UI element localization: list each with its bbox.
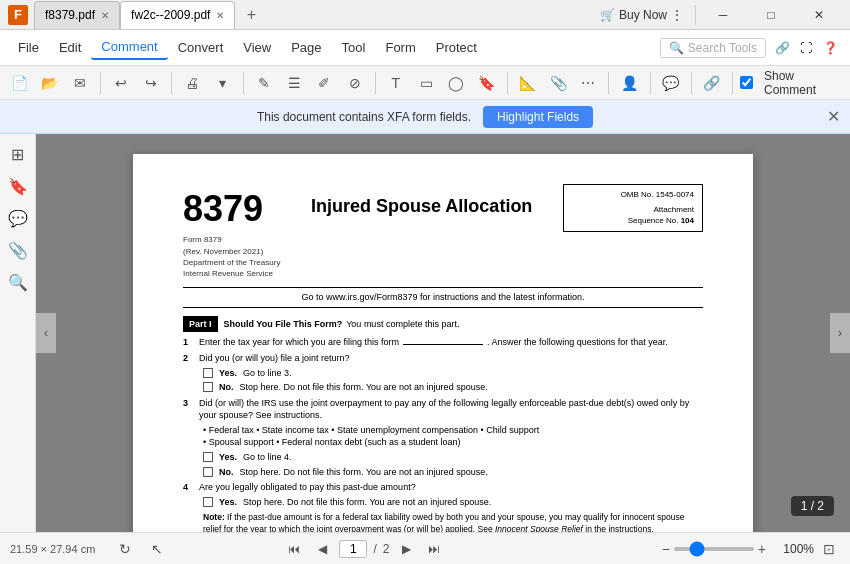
minimize-button[interactable]: ─ <box>700 0 746 30</box>
q2-yes-text: Go to line 3. <box>243 367 292 380</box>
tb-link[interactable]: 🔗 <box>699 69 725 97</box>
fit-page-button[interactable]: ⊡ <box>818 538 840 560</box>
tb-more[interactable]: ⋯ <box>575 69 601 97</box>
zoom-in-button[interactable]: + <box>758 541 766 557</box>
sidebar-attachments-icon[interactable]: 📎 <box>4 236 32 264</box>
q2-no-label: No. <box>219 381 234 394</box>
cursor-tool-button[interactable]: ↖ <box>143 535 171 563</box>
pdf-page: 8379 Form 8379 (Rev. November 2021) Depa… <box>133 154 753 532</box>
highlight-fields-button[interactable]: Highlight Fields <box>483 106 593 128</box>
tb-shape1[interactable]: ▭ <box>413 69 439 97</box>
toolbar: 📄 📂 ✉ ↩ ↪ 🖨 ▾ ✎ ☰ ✐ ⊘ T ▭ ◯ 🔖 📐 📎 ⋯ 👤 💬 … <box>0 66 850 100</box>
search-tools-input[interactable]: 🔍 Search Tools <box>660 38 766 58</box>
tb-stamp[interactable]: 🔖 <box>473 69 499 97</box>
zoom-slider[interactable] <box>674 547 754 551</box>
last-page-button[interactable]: ⏭ <box>423 538 445 560</box>
maximize-button[interactable]: □ <box>748 0 794 30</box>
tb-dropdown[interactable]: ▾ <box>209 69 235 97</box>
sidebar-pages-icon[interactable]: ⊞ <box>4 140 32 168</box>
q2-no-checkbox[interactable] <box>203 382 213 392</box>
note1: Note: If the past-due amount is for a fe… <box>203 512 703 532</box>
tb-email[interactable]: ✉ <box>67 69 93 97</box>
tab-fw2c[interactable]: fw2c--2009.pdf ✕ <box>120 1 235 29</box>
tab-bar: f8379.pdf ✕ fw2c--2009.pdf ✕ + <box>34 1 600 29</box>
part1-subtitle: You must complete this part. <box>346 318 459 331</box>
sidebar-bookmark-icon[interactable]: 🔖 <box>4 172 32 200</box>
new-tab-button[interactable]: + <box>239 6 263 24</box>
q1-suffix: . Answer the following questions for tha… <box>487 336 668 349</box>
refresh-button[interactable]: ↻ <box>111 535 139 563</box>
page-badge: 1 / 2 <box>791 496 834 516</box>
tb-comment2[interactable]: ☰ <box>281 69 307 97</box>
menu-comment[interactable]: Comment <box>91 35 167 60</box>
prev-page-button[interactable]: ◀ <box>311 538 333 560</box>
q1-text: Enter the tax year for which you are fil… <box>199 336 399 349</box>
menu-view[interactable]: View <box>233 36 281 59</box>
form-number-block: 8379 Form 8379 (Rev. November 2021) Depa… <box>183 184 280 279</box>
tb-measure[interactable]: 📐 <box>515 69 541 97</box>
q2-text: Did you (or will you) file a joint retur… <box>199 352 350 365</box>
tb-person[interactable]: 👤 <box>616 69 642 97</box>
close-button[interactable]: ✕ <box>796 0 842 30</box>
tb-shape2[interactable]: ◯ <box>443 69 469 97</box>
tab-f8379[interactable]: f8379.pdf ✕ <box>34 1 120 29</box>
q4-number: 4 <box>183 481 199 494</box>
page-number-input[interactable] <box>339 540 367 558</box>
buy-menu-icon: ⋮ <box>671 8 683 22</box>
menu-page[interactable]: Page <box>281 36 331 59</box>
q2-no-text: Stop here. Do not file this form. You ar… <box>240 381 488 394</box>
next-page-button[interactable]: ▶ <box>395 538 417 560</box>
q3-yes-row: Yes. Go to line 4. <box>203 451 703 464</box>
menu-protect[interactable]: Protect <box>426 36 487 59</box>
tb-new[interactable]: 📄 <box>6 69 32 97</box>
tab-f8379-close[interactable]: ✕ <box>101 10 109 21</box>
tab-fw2c-close[interactable]: ✕ <box>216 10 224 21</box>
tb-redo[interactable]: ↪ <box>138 69 164 97</box>
show-comment-label: Show Comment <box>764 69 844 97</box>
tb-open[interactable]: 📂 <box>36 69 62 97</box>
menu-edit[interactable]: Edit <box>49 36 91 59</box>
expand-button[interactable]: ⛶ <box>794 36 818 60</box>
tb-attach[interactable]: 📎 <box>545 69 571 97</box>
external-link-button[interactable]: 🔗 <box>770 36 794 60</box>
q3-no-row: No. Stop here. Do not file this form. Yo… <box>203 466 703 479</box>
q3-yes-checkbox[interactable] <box>203 452 213 462</box>
goto-text: Go to www.irs.gov/Form8379 for instructi… <box>183 287 703 308</box>
sidebar-search-icon[interactable]: 🔍 <box>4 268 32 296</box>
part1-label: Part I <box>183 316 218 333</box>
buy-now-button[interactable]: 🛒 Buy Now ⋮ <box>600 8 683 22</box>
q2-yes-checkbox[interactable] <box>203 368 213 378</box>
q4-row: 4 Are you legally obligated to pay this … <box>183 481 703 494</box>
q4-yes-checkbox[interactable] <box>203 497 213 507</box>
main-area: ⊞ 🔖 💬 📎 🔍 ‹ 8379 Form 8379 (Rev. Novembe… <box>0 134 850 532</box>
pdf-view[interactable]: ‹ 8379 Form 8379 (Rev. November 2021) De… <box>36 134 850 532</box>
menu-tool[interactable]: Tool <box>332 36 376 59</box>
q3-no-checkbox[interactable] <box>203 467 213 477</box>
menu-file[interactable]: File <box>8 36 49 59</box>
help-button[interactable]: ❓ <box>818 36 842 60</box>
first-page-button[interactable]: ⏮ <box>283 538 305 560</box>
tb-comment4[interactable]: ⊘ <box>341 69 367 97</box>
tb-print[interactable]: 🖨 <box>179 69 205 97</box>
sidebar-comments-icon[interactable]: 💬 <box>4 204 32 232</box>
tb-undo[interactable]: ↩ <box>108 69 134 97</box>
part1-title: Should You File This Form? <box>224 318 343 331</box>
cart-icon: 🛒 <box>600 8 615 22</box>
tb-text1[interactable]: T <box>383 69 409 97</box>
tb-comment3[interactable]: ✐ <box>311 69 337 97</box>
notif-close-button[interactable]: ✕ <box>827 107 840 126</box>
tb-reply[interactable]: 💬 <box>658 69 684 97</box>
nav-arrow-right[interactable]: › <box>830 313 850 353</box>
page-total: 2 <box>383 542 390 556</box>
title-bar: F f8379.pdf ✕ fw2c--2009.pdf ✕ + 🛒 Buy N… <box>0 0 850 30</box>
pdf-header: 8379 Form 8379 (Rev. November 2021) Depa… <box>183 184 703 279</box>
zoom-out-button[interactable]: − <box>662 541 670 557</box>
menu-convert[interactable]: Convert <box>168 36 234 59</box>
tb-comment1[interactable]: ✎ <box>251 69 277 97</box>
q2-number: 2 <box>183 352 199 365</box>
nav-arrow-left[interactable]: ‹ <box>36 313 56 353</box>
tab-f8379-label: f8379.pdf <box>45 8 95 22</box>
show-comment-checkbox[interactable] <box>740 76 753 89</box>
q3-no-label: No. <box>219 466 234 479</box>
menu-form[interactable]: Form <box>375 36 425 59</box>
